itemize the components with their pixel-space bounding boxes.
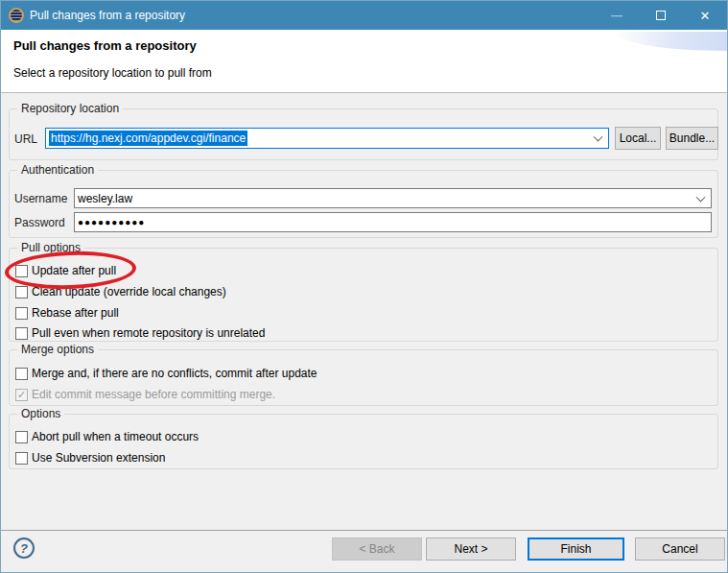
checkbox-unchecked[interactable] (15, 327, 28, 340)
username-combobox[interactable]: wesley.law (74, 188, 712, 208)
group-legend: Authentication (17, 163, 98, 177)
checkbox-row-subversion-extension[interactable]: Use Subversion extension (15, 449, 165, 466)
banner-swoosh-decoration (614, 32, 727, 51)
checkbox-label: Merge and, if there are no conflicts, co… (32, 367, 317, 380)
checkbox-unchecked[interactable] (15, 265, 28, 277)
window-title: Pull changes from a repository (30, 9, 595, 22)
bundle-button[interactable]: Bundle... (666, 127, 718, 150)
checkbox-row-update-after-pull[interactable]: Update after pull (15, 262, 116, 279)
checkbox-label: Edit commit message before committing me… (32, 388, 275, 401)
username-value: wesley.law (78, 192, 132, 205)
password-value: ●●●●●●●●●● (78, 217, 145, 227)
checkbox-row-rebase-after-pull[interactable]: Rebase after pull (15, 304, 119, 322)
checkbox-unchecked[interactable] (15, 368, 28, 380)
checkbox-unchecked[interactable] (15, 452, 28, 465)
checkbox-label: Pull even when remote repository is unre… (32, 326, 265, 340)
checkbox-label: Clean update (override local changes) (32, 285, 226, 298)
group-options: Options Abort pull when a timeout occurs… (9, 414, 718, 469)
checkbox-checked-disabled: ✓ (15, 389, 28, 401)
minimize-button[interactable]: — (595, 1, 639, 30)
url-combobox[interactable]: https://hg.nexj.com/appdev.cgi/finance (45, 128, 609, 149)
url-value: https://hg.nexj.com/appdev.cgi/finance (49, 131, 247, 146)
local-button[interactable]: Local... (615, 127, 661, 150)
mercurial-app-icon (9, 8, 24, 23)
finish-button[interactable]: Finish (528, 537, 624, 561)
page-subtitle: Select a repository location to pull fro… (13, 66, 212, 80)
page-title: Pull changes from a repository (13, 38, 197, 53)
group-legend: Merge options (17, 343, 98, 356)
chevron-down-icon[interactable] (696, 192, 706, 202)
next-button[interactable]: Next > (426, 537, 516, 561)
group-legend: Options (17, 407, 64, 420)
check-icon: ✓ (17, 390, 26, 400)
maximize-button[interactable] (639, 1, 683, 30)
checkbox-row-merge-commit[interactable]: Merge and, if there are no conflicts, co… (15, 365, 317, 382)
wizard-banner: Pull changes from a repository Select a … (1, 30, 727, 93)
checkbox-unchecked[interactable] (15, 431, 28, 443)
cancel-button[interactable]: Cancel (635, 537, 725, 561)
group-authentication: Authentication Username wesley.law Passw… (9, 170, 718, 238)
password-field[interactable]: ●●●●●●●●●● (74, 212, 712, 232)
group-repository-location: Repository location URL https://hg.nexj.… (9, 108, 718, 160)
checkbox-label: Update after pull (32, 264, 116, 277)
password-label: Password (14, 216, 65, 229)
help-button[interactable]: ? (13, 537, 35, 559)
checkbox-label: Use Subversion extension (32, 451, 165, 465)
pull-dialog-window: Pull changes from a repository — ✕ Pull … (0, 0, 728, 573)
checkbox-row-abort-timeout[interactable]: Abort pull when a timeout occurs (15, 428, 199, 445)
username-label: Username (14, 192, 67, 205)
checkbox-row-edit-commit-message: ✓ Edit commit message before committing … (15, 386, 275, 403)
checkbox-row-clean-update[interactable]: Clean update (override local changes) (15, 283, 226, 300)
url-label: URL (14, 132, 37, 146)
footer-separator (1, 530, 727, 531)
group-pull-options: Pull options Update after pull Clean upd… (9, 248, 718, 342)
checkbox-unchecked[interactable] (15, 286, 28, 298)
checkbox-label: Abort pull when a timeout occurs (32, 430, 199, 443)
maximize-icon (656, 11, 666, 20)
group-legend: Pull options (17, 241, 84, 254)
chevron-down-icon[interactable] (594, 132, 603, 142)
close-button[interactable]: ✕ (683, 1, 727, 30)
titlebar[interactable]: Pull changes from a repository — ✕ (1, 1, 727, 30)
back-button: < Back (332, 537, 422, 561)
checkbox-unchecked[interactable] (15, 307, 28, 320)
group-legend: Repository location (17, 102, 123, 115)
group-merge-options: Merge options Merge and, if there are no… (9, 349, 718, 406)
checkbox-row-pull-unrelated[interactable]: Pull even when remote repository is unre… (15, 324, 265, 342)
checkbox-label: Rebase after pull (32, 306, 119, 320)
